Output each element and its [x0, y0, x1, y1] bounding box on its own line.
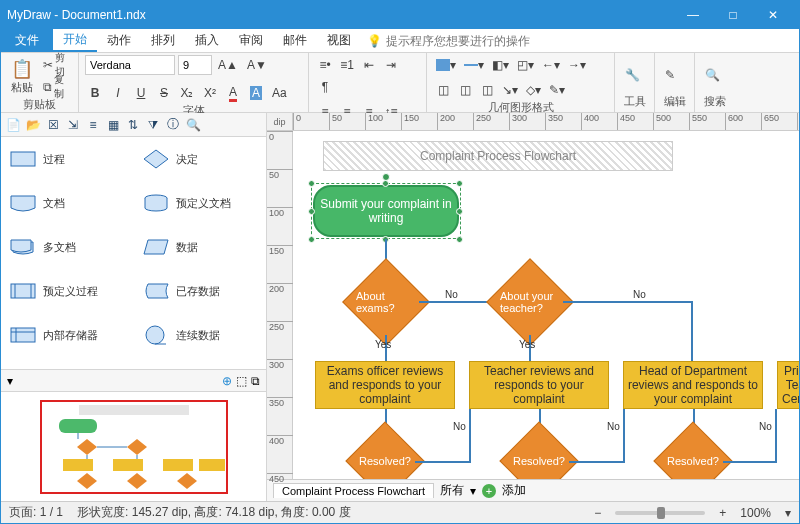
connector[interactable]: [775, 409, 777, 463]
decision-teacher[interactable]: About your teacher?: [486, 258, 574, 346]
line-button[interactable]: ▾: [461, 55, 487, 75]
italic-button[interactable]: I: [108, 83, 128, 103]
shape-item[interactable]: 内部存储器: [1, 313, 134, 357]
tab-review[interactable]: 审阅: [229, 29, 273, 52]
add-page-button[interactable]: +: [482, 484, 496, 498]
search-button[interactable]: 🔍: [701, 66, 724, 84]
shape-item[interactable]: 连续数据: [134, 313, 267, 357]
export-icon[interactable]: ⇲: [64, 116, 82, 134]
zoom-icon[interactable]: 🔍: [184, 116, 202, 134]
zoom-thumb[interactable]: [657, 507, 665, 519]
theme2-button[interactable]: ◫: [455, 80, 475, 100]
all-dropdown-icon[interactable]: ▾: [470, 484, 476, 498]
tell-me-search[interactable]: 💡: [361, 29, 799, 52]
process-principal[interactable]: Principal Teacher Centre re: [777, 361, 799, 409]
theme3-button[interactable]: ◫: [477, 80, 497, 100]
shape-item[interactable]: 预定义文档: [134, 181, 267, 225]
shape-item[interactable]: 已存数据: [134, 269, 267, 313]
bullets-button[interactable]: ≡•: [315, 55, 335, 75]
start-node[interactable]: Submit your complaint in writing: [313, 185, 459, 237]
geometry-button[interactable]: ◇▾: [523, 80, 544, 100]
underline-button[interactable]: U: [131, 83, 151, 103]
shape-item[interactable]: 文档: [1, 181, 134, 225]
handle-se[interactable]: [456, 236, 463, 243]
process-head[interactable]: Head of Department reviews and responds …: [623, 361, 763, 409]
layers-icon[interactable]: ⧉: [251, 374, 260, 388]
tab-action[interactable]: 动作: [97, 29, 141, 52]
connector-button[interactable]: ↘▾: [499, 80, 521, 100]
tab-mail[interactable]: 邮件: [273, 29, 317, 52]
tab-home[interactable]: 开始: [53, 29, 97, 52]
indent-button[interactable]: ⇥: [381, 55, 401, 75]
cut-button[interactable]: ✂剪切: [40, 55, 72, 75]
font-family-select[interactable]: Verdana: [85, 55, 175, 75]
font-grow-button[interactable]: A▲: [215, 55, 241, 75]
zoom-dropdown-icon[interactable]: ▾: [785, 506, 791, 520]
connector[interactable]: [623, 409, 625, 463]
all-pages[interactable]: 所有: [440, 482, 464, 499]
corner-button[interactable]: ◰▾: [514, 55, 537, 75]
connector[interactable]: [469, 409, 471, 463]
arrow-start-button[interactable]: ←▾: [539, 55, 563, 75]
style-button[interactable]: ✎▾: [546, 80, 568, 100]
numbering-button[interactable]: ≡1: [337, 55, 357, 75]
title-banner[interactable]: Complaint Process Flowchart: [323, 141, 673, 171]
handle-e[interactable]: [456, 208, 463, 215]
handle-nw[interactable]: [308, 180, 315, 187]
handle-ne[interactable]: [456, 180, 463, 187]
list-icon[interactable]: ≡: [84, 116, 102, 134]
canvas[interactable]: Complaint Process Flowchart Submit your …: [293, 131, 799, 479]
shadow-button[interactable]: ◧▾: [489, 55, 512, 75]
strike-button[interactable]: S: [154, 83, 174, 103]
pan-icon[interactable]: ⊕: [222, 374, 232, 388]
shape-item[interactable]: 直接数据: [1, 357, 134, 369]
bold-button[interactable]: B: [85, 83, 105, 103]
shape-item[interactable]: 过程: [1, 137, 134, 181]
connector[interactable]: [723, 461, 775, 463]
resolved-1[interactable]: Resolved?: [345, 421, 424, 479]
maximize-button[interactable]: □: [713, 1, 753, 29]
fill-button[interactable]: ▾: [433, 55, 459, 75]
superscript-button[interactable]: X²: [200, 83, 220, 103]
tab-arrange[interactable]: 排列: [141, 29, 185, 52]
page-tab[interactable]: Complaint Process Flowchart: [273, 483, 434, 498]
save-icon[interactable]: ☒: [44, 116, 62, 134]
file-menu[interactable]: 文件: [1, 29, 53, 52]
zoom-out-button[interactable]: −: [594, 506, 601, 520]
close-button[interactable]: ✕: [753, 1, 793, 29]
tab-view[interactable]: 视图: [317, 29, 361, 52]
horizontal-ruler[interactable]: 0501001502002503003504004505005506006507…: [293, 113, 799, 130]
paste-button[interactable]: 📋 粘贴: [7, 56, 37, 97]
font-color-button[interactable]: A: [223, 83, 243, 103]
connector[interactable]: [563, 301, 691, 303]
outdent-button[interactable]: ⇤: [359, 55, 379, 75]
page-preview[interactable]: [1, 391, 266, 501]
sort-icon[interactable]: ⇅: [124, 116, 142, 134]
edit-button[interactable]: ✎: [661, 66, 679, 84]
shape-item[interactable]: 数据: [134, 225, 267, 269]
vertical-ruler[interactable]: 050100150200250300350400450: [267, 131, 293, 479]
minimize-button[interactable]: ―: [673, 1, 713, 29]
process-exams[interactable]: Exams officer reviews and responds to yo…: [315, 361, 455, 409]
grid-icon[interactable]: ▦: [104, 116, 122, 134]
decision-exams[interactable]: About exams?: [342, 258, 430, 346]
font-shrink-button[interactable]: A▼: [244, 55, 270, 75]
zoom-slider[interactable]: [615, 511, 705, 515]
tab-insert[interactable]: 插入: [185, 29, 229, 52]
dropdown-icon[interactable]: ▾: [7, 374, 13, 388]
shapes-list[interactable]: 过程决定文档预定义文档多文档数据预定义过程已存数据内部存储器连续数据直接数据手动…: [1, 137, 266, 369]
shape-item[interactable]: 预定义过程: [1, 269, 134, 313]
new-icon[interactable]: 📄: [4, 116, 22, 134]
resolved-3[interactable]: Resolved?: [653, 421, 732, 479]
handle-n[interactable]: [382, 180, 389, 187]
info-icon[interactable]: ⓘ: [164, 116, 182, 134]
zoom-level[interactable]: 100%: [740, 506, 771, 520]
shape-item[interactable]: 手动输入: [134, 357, 267, 369]
connector[interactable]: [569, 461, 623, 463]
font-size-select[interactable]: 9: [178, 55, 212, 75]
copy-button[interactable]: ⧉复制: [40, 77, 72, 97]
highlight-button[interactable]: A: [246, 83, 266, 103]
zoom-in-button[interactable]: +: [719, 506, 726, 520]
theme1-button[interactable]: ◫: [433, 80, 453, 100]
shape-item[interactable]: 决定: [134, 137, 267, 181]
